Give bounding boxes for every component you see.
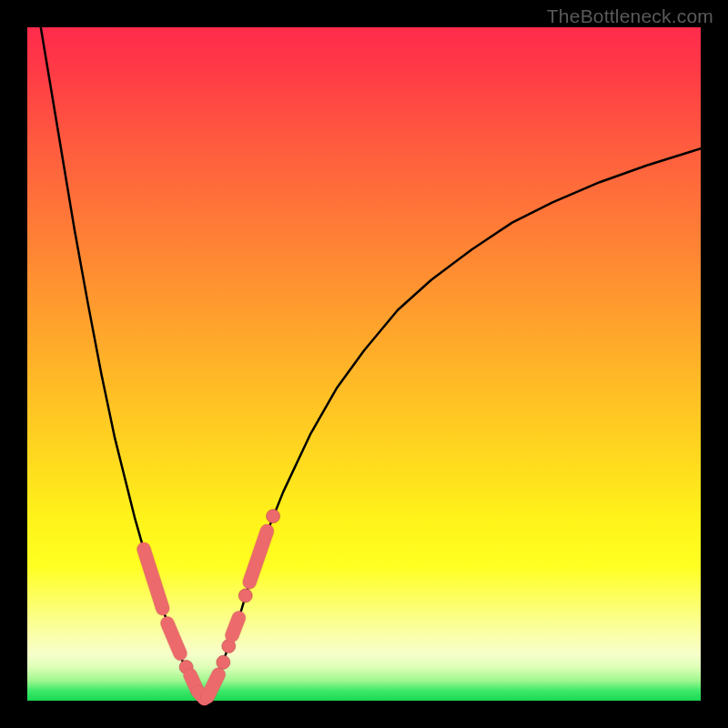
curve-right-branch bbox=[202, 148, 701, 701]
plot-svg bbox=[27, 27, 701, 701]
marker-pill bbox=[167, 623, 180, 653]
marker-pill bbox=[232, 618, 238, 635]
marker-dot bbox=[267, 510, 280, 523]
marker-dot bbox=[217, 655, 230, 669]
marker-pill bbox=[249, 531, 267, 582]
marker-layer bbox=[144, 510, 280, 699]
watermark-text: TheBottleneck.com bbox=[547, 5, 713, 27]
plot-area bbox=[27, 27, 701, 701]
curve-left-branch bbox=[41, 27, 203, 701]
marker-pill bbox=[207, 674, 218, 696]
marker-dot bbox=[238, 589, 252, 602]
marker-pill bbox=[144, 550, 163, 609]
curve-layer bbox=[41, 27, 701, 701]
